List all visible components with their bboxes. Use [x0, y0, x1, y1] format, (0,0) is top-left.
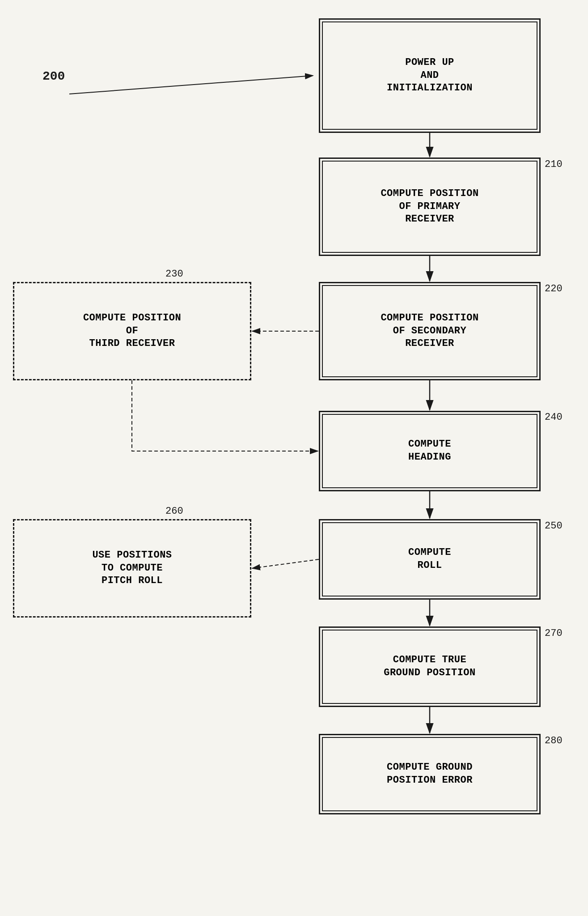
ref-240: 240 — [545, 412, 563, 423]
ref-230: 230 — [165, 268, 183, 280]
ref-280: 280 — [545, 735, 563, 746]
true-ground-box: COMPUTE TRUEGROUND POSITION — [319, 626, 541, 707]
diagram-container: 200 — [0, 0, 588, 916]
heading-label: COMPUTEHEADING — [408, 438, 451, 464]
ground-error-box: COMPUTE GROUNDPOSITION ERROR — [319, 734, 541, 814]
svg-line-2 — [69, 76, 313, 94]
secondary-receiver-box: COMPUTE POSITIONOF SECONDARYRECEIVER — [319, 282, 541, 380]
ref-210: 210 — [545, 159, 563, 170]
ground-error-label: COMPUTE GROUNDPOSITION ERROR — [387, 761, 473, 787]
pitch-roll-label: USE POSITIONSTO COMPUTEPITCH ROLL — [92, 549, 172, 588]
secondary-receiver-label: COMPUTE POSITIONOF SECONDARYRECEIVER — [381, 312, 478, 350]
pitch-roll-box: USE POSITIONSTO COMPUTEPITCH ROLL — [13, 519, 251, 618]
power-up-label: POWER UPANDINITIALIZATION — [387, 56, 473, 95]
ref-200-label: 200 — [42, 69, 65, 83]
third-receiver-label: COMPUTE POSITIONOFTHIRD RECEIVER — [83, 312, 181, 350]
primary-receiver-box: COMPUTE POSITIONOF PRIMARYRECEIVER — [319, 158, 541, 256]
roll-box: COMPUTEROLL — [319, 519, 541, 600]
ref-220: 220 — [545, 283, 563, 294]
heading-box: COMPUTEHEADING — [319, 411, 541, 491]
true-ground-label: COMPUTE TRUEGROUND POSITION — [384, 654, 476, 679]
ref-250: 250 — [545, 520, 563, 532]
power-up-box: POWER UPANDINITIALIZATION — [319, 18, 541, 133]
roll-label: COMPUTEROLL — [408, 546, 451, 572]
third-receiver-box: COMPUTE POSITIONOFTHIRD RECEIVER — [13, 282, 251, 380]
primary-receiver-label: COMPUTE POSITIONOF PRIMARYRECEIVER — [381, 187, 478, 226]
ref-260: 260 — [165, 506, 183, 517]
svg-line-8 — [252, 559, 319, 568]
ref-270: 270 — [545, 628, 563, 639]
